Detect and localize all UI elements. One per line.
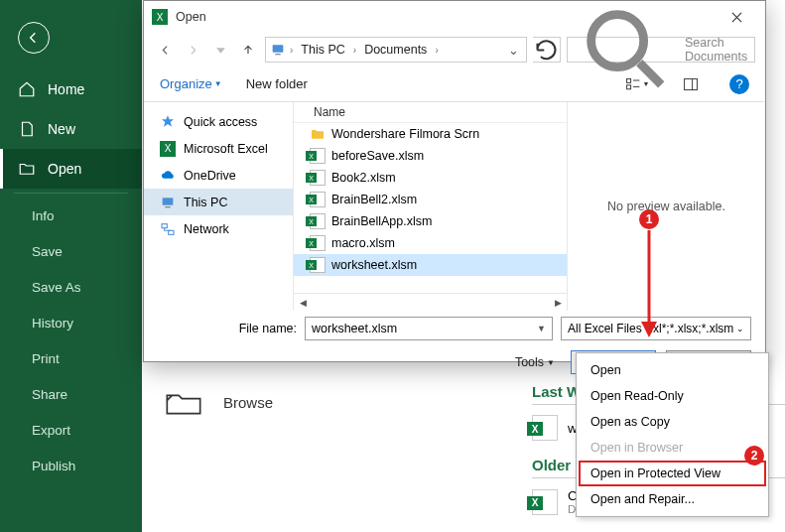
menu-item[interactable]: Open as Copy [579, 409, 766, 435]
nav-recent-dropdown[interactable] [209, 39, 231, 61]
file-name: worksheet.xlsm [331, 258, 417, 272]
backstage-sidebar: Home New Open Info Save Save As History … [0, 0, 142, 532]
browse-label: Browse [223, 394, 273, 411]
nav-onedrive[interactable]: OneDrive [144, 162, 293, 189]
nav-network[interactable]: Network [144, 215, 293, 242]
sidebar-item-print[interactable]: Print [0, 340, 142, 376]
chevron-down-icon[interactable]: ▼ [537, 324, 546, 333]
address-bar: › This PC › Documents › ⌄ Search Documen… [144, 33, 765, 66]
scroll-right-button[interactable]: ▶ [549, 295, 567, 311]
menu-item[interactable]: Open Read-Only [579, 383, 766, 409]
sidebar-item-saveas[interactable]: Save As [0, 269, 142, 305]
dialog-title: Open [176, 10, 206, 24]
file-row[interactable]: XBook2.xlsm [294, 167, 567, 189]
chevron-down-icon[interactable]: ⌄ [736, 324, 744, 333]
pc-icon [160, 195, 176, 210]
refresh-button[interactable] [533, 37, 561, 63]
chevron-down-icon: ▼ [214, 79, 222, 88]
menu-item[interactable]: Open in Protected View [579, 461, 766, 486]
xlsm-file-icon: X [310, 192, 326, 207]
sidebar-item-home[interactable]: Home [0, 69, 142, 109]
file-name: BrainBellApp.xlsm [331, 214, 432, 228]
annotation-marker-2: 2 [744, 446, 764, 466]
svg-rect-7 [165, 206, 170, 207]
svg-rect-1 [275, 54, 280, 55]
column-header-name[interactable]: Name [294, 102, 567, 123]
pc-icon [270, 42, 286, 58]
nav-excel[interactable]: XMicrosoft Excel [144, 135, 293, 162]
svg-rect-6 [163, 198, 174, 204]
svg-rect-4 [626, 84, 630, 88]
organize-menu[interactable]: Organize▼ [160, 76, 222, 91]
open-dropdown-menu: OpenOpen Read-OnlyOpen as CopyOpen in Br… [576, 352, 769, 517]
svg-rect-8 [162, 223, 167, 227]
svg-rect-3 [626, 78, 630, 82]
chevron-right-icon: › [353, 45, 356, 56]
breadcrumb-bar[interactable]: › This PC › Documents › ⌄ [265, 37, 527, 63]
file-row[interactable]: Wondershare Filmora Scrn [294, 123, 567, 145]
search-placeholder: Search Documents [685, 36, 748, 64]
nav-tree: Quick access XMicrosoft Excel OneDrive T… [144, 102, 293, 311]
search-input[interactable]: Search Documents [567, 37, 755, 63]
dialog-body: Quick access XMicrosoft Excel OneDrive T… [144, 102, 765, 311]
scroll-left-button[interactable]: ◀ [294, 295, 312, 311]
annotation-marker-1: 1 [639, 209, 659, 229]
sidebar-item-label: Home [48, 81, 84, 97]
breadcrumb-seg[interactable]: This PC [297, 43, 348, 57]
menu-item[interactable]: Open [579, 357, 766, 383]
sidebar-item-export[interactable]: Export [0, 412, 142, 448]
browse-location[interactable]: Browse [164, 387, 273, 417]
xlsm-file-icon: X [310, 235, 326, 251]
file-row[interactable]: Xworksheet.xlsm [294, 254, 567, 276]
svg-rect-5 [685, 78, 698, 89]
open-dialog: X Open › This PC › Documents › ⌄ Search … [143, 0, 766, 362]
xlsm-file-icon: X [310, 257, 326, 273]
excel-app-icon: X [152, 9, 168, 25]
svg-marker-11 [641, 322, 657, 337]
breadcrumb-seg[interactable]: Documents [360, 43, 431, 57]
nav-this-pc[interactable]: This PC [144, 189, 293, 215]
help-button[interactable]: ? [729, 74, 749, 94]
file-row[interactable]: Xmacro.xlsm [294, 232, 567, 254]
sidebar-item-info[interactable]: Info [0, 198, 142, 233]
folder-icon [310, 126, 326, 142]
xlsm-file-icon: X [310, 213, 326, 229]
breadcrumb-dropdown[interactable]: ⌄ [504, 43, 522, 58]
sidebar-item-save[interactable]: Save [0, 233, 142, 269]
nav-up-button[interactable] [237, 39, 259, 61]
preview-pane-button[interactable] [676, 72, 706, 96]
svg-point-2 [591, 15, 644, 67]
file-name: Book2.xlsm [331, 171, 396, 185]
file-list: Name Wondershare Filmora ScrnXbeforeSave… [293, 102, 567, 311]
sidebar-item-open[interactable]: Open [0, 149, 142, 189]
sidebar-item-share[interactable]: Share [0, 376, 142, 412]
file-row[interactable]: XBrainBellApp.xlsm [294, 210, 567, 232]
chevron-right-icon: › [435, 45, 438, 56]
sidebar-item-publish[interactable]: Publish [0, 448, 142, 483]
filename-input[interactable]: worksheet.xlsm ▼ [305, 317, 553, 340]
sidebar-item-label: Open [48, 161, 81, 177]
h-scrollbar[interactable]: ◀ ▶ [294, 293, 567, 311]
sidebar-item-history[interactable]: History [0, 305, 142, 340]
preview-message: No preview available. [607, 200, 725, 213]
filename-label: File name: [158, 322, 297, 335]
preview-pane: No preview available. [567, 102, 765, 311]
sidebar-item-new[interactable]: New [0, 109, 142, 149]
file-name: Wondershare Filmora Scrn [331, 127, 479, 141]
back-button[interactable] [18, 22, 50, 54]
nav-forward-button [182, 39, 203, 61]
svg-rect-9 [169, 230, 174, 234]
new-folder-button[interactable]: New folder [246, 76, 308, 91]
menu-item[interactable]: Open and Repair... [579, 486, 766, 512]
file-row[interactable]: XBrainBell2.xlsm [294, 189, 567, 210]
nav-quick-access[interactable]: Quick access [144, 108, 293, 135]
nav-back-button[interactable] [154, 39, 176, 61]
excel-icon: X [160, 141, 176, 157]
file-name: BrainBell2.xlsm [331, 193, 417, 206]
sidebar-divider [14, 193, 128, 194]
xlsm-file-icon: X [310, 170, 326, 186]
tools-menu[interactable]: Tools▼ [515, 355, 555, 369]
file-row[interactable]: XbeforeSave.xlsm [294, 145, 567, 167]
view-mode-button[interactable]: ▼ [622, 72, 652, 96]
close-button[interactable] [716, 3, 757, 31]
